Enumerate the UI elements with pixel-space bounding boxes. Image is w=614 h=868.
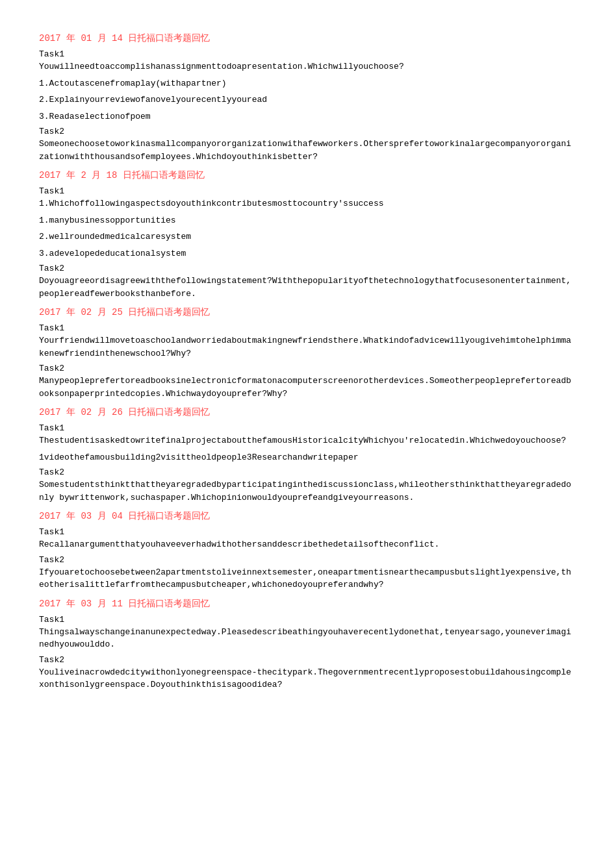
block-1-4: Task2Doyouagreeordisagreewiththefollowin… — [39, 264, 575, 300]
task-label-3-2: Task2 — [39, 467, 575, 477]
block-0-4: Task2Someonechoosetoworkinasmallcompanyo… — [39, 127, 575, 163]
task-content-3-1: 1videothefamousbuilding2visittheoldpeopl… — [39, 451, 575, 464]
section-title-0: 2017 年 01 月 14 日托福口语考题回忆 — [39, 32, 575, 44]
task-content-4-1: Ifyouaretochoosebetween2apartmentstolive… — [39, 566, 575, 591]
task-label-4-0: Task1 — [39, 527, 575, 537]
section-title-3: 2017 年 02 月 26 日托福口语考题回忆 — [39, 406, 575, 418]
block-1-1: 1.manybusinessopportunities — [39, 214, 575, 227]
task-label-1-0: Task1 — [39, 186, 575, 196]
block-1-2: 2.wellroundedmedicalcaresystem — [39, 230, 575, 243]
block-3-2: Task2Somestudentsthinktthattheyaregraded… — [39, 467, 575, 504]
block-3-1: 1videothefamousbuilding2visittheoldpeopl… — [39, 451, 575, 464]
block-3-0: Task1Thestudentisaskedtowritefinalprojec… — [39, 423, 575, 447]
block-2-0: Task1Yourfriendwillmovetoaschoolandworri… — [39, 323, 575, 360]
task-content-1-2: 2.wellroundedmedicalcaresystem — [39, 230, 575, 243]
task-content-1-1: 1.manybusinessopportunities — [39, 214, 575, 227]
task-content-0-2: 2.Explainyourreviewofanovelyourecentlyyo… — [39, 93, 575, 106]
task-content-1-0: 1.Whichoffollowingaspectsdoyouthinkcontr… — [39, 197, 575, 210]
task-label-0-4: Task2 — [39, 127, 575, 136]
section-title-5: 2017 年 03 月 11 日托福口语考题回忆 — [39, 598, 575, 610]
task-label-2-0: Task1 — [39, 323, 575, 333]
block-0-1: 1.Actoutascenefromaplay(withapartner) — [39, 77, 575, 90]
task-label-2-1: Task2 — [39, 364, 575, 373]
task-content-5-1: Youliveinacrowdedcitywithonlyonegreenspa… — [39, 666, 575, 691]
task-content-3-0: Thestudentisaskedtowritefinalprojectabou… — [39, 434, 575, 447]
task-label-5-1: Task2 — [39, 655, 575, 665]
block-1-3: 3.adevelopededucationalsystem — [39, 247, 575, 260]
task-content-5-0: Thingsalwayschangeinanunexpectedway.Plea… — [39, 626, 575, 651]
task-content-0-0: Youwillneedtoaccomplishanassignmenttodoa… — [39, 60, 575, 73]
task-label-4-1: Task2 — [39, 555, 575, 565]
block-2-1: Task2Manypeopleprefertoreadbooksinelectr… — [39, 364, 575, 400]
task-content-0-4: Someonechoosetoworkinasmallcompanyororga… — [39, 138, 575, 163]
section-title-4: 2017 年 03 月 04 日托福口语考题回忆 — [39, 510, 575, 522]
task-content-0-1: 1.Actoutascenefromaplay(withapartner) — [39, 77, 575, 90]
block-4-1: Task2Ifyouaretochoosebetween2apartmentst… — [39, 555, 575, 591]
section-title-2: 2017 年 02 月 25 日托福口语考题回忆 — [39, 306, 575, 318]
task-content-4-0: Recallanargumentthatyouhaveeverhadwithot… — [39, 538, 575, 551]
block-5-1: Task2Youliveinacrowdedcitywithonlyonegre… — [39, 655, 575, 691]
page-container: 2017 年 01 月 14 日托福口语考题回忆Task1Youwillneed… — [39, 32, 575, 691]
section-title-1: 2017 年 2 月 18 日托福口语考题回忆 — [39, 169, 575, 181]
task-content-1-3: 3.adevelopededucationalsystem — [39, 247, 575, 260]
block-0-0: Task1Youwillneedtoaccomplishanassignment… — [39, 49, 575, 73]
task-content-2-0: Yourfriendwillmovetoaschoolandworriedabo… — [39, 334, 575, 360]
task-content-0-3: 3.Readaselectionofpoem — [39, 110, 575, 123]
task-label-1-4: Task2 — [39, 264, 575, 273]
block-1-0: Task11.Whichoffollowingaspectsdoyouthink… — [39, 186, 575, 210]
block-0-3: 3.Readaselectionofpoem — [39, 110, 575, 123]
task-content-1-4: Doyouagreeordisagreewiththefollowingstat… — [39, 275, 575, 300]
task-label-3-0: Task1 — [39, 423, 575, 433]
task-content-2-1: Manypeopleprefertoreadbooksinelectronicf… — [39, 375, 575, 400]
task-label-0-0: Task1 — [39, 49, 575, 59]
block-0-2: 2.Explainyourreviewofanovelyourecentlyyo… — [39, 93, 575, 106]
block-4-0: Task1Recallanargumentthatyouhaveeverhadw… — [39, 527, 575, 551]
block-5-0: Task1Thingsalwayschangeinanunexpectedway… — [39, 615, 575, 651]
task-content-3-2: Somestudentsthinktthattheyaregradedbypar… — [39, 478, 575, 504]
task-label-5-0: Task1 — [39, 615, 575, 625]
